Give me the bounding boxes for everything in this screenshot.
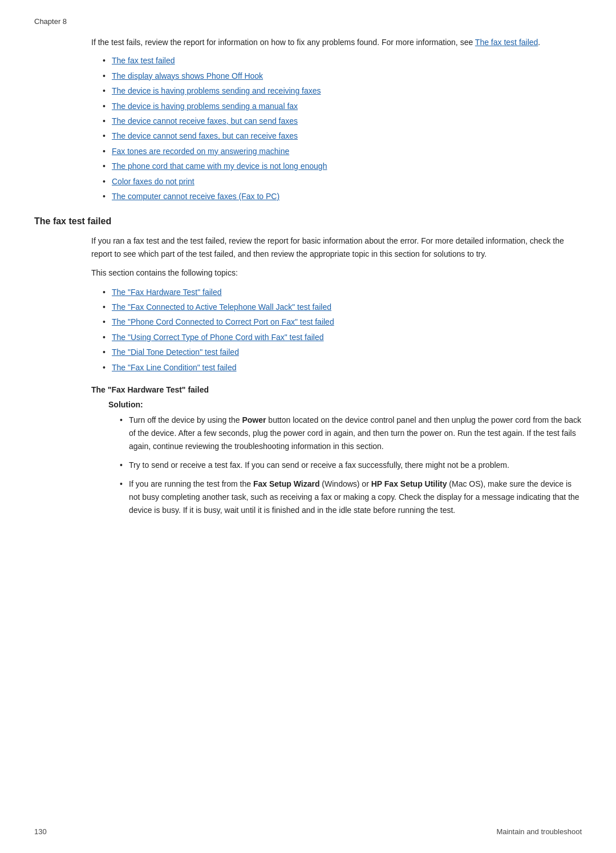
fax-test-para2: This section contains the following topi… [91, 266, 582, 280]
toc-link[interactable]: The phone cord that came with my device … [112, 161, 327, 171]
footer-section-label: Maintain and troubleshoot [496, 827, 582, 836]
toc-link[interactable]: The fax test failed [112, 56, 175, 65]
sub-links-list: The "Fax Hardware Test" failedThe "Fax C… [103, 286, 582, 374]
footer-page-number: 130 [34, 827, 47, 836]
solution-bold-text: Fax Setup Wizard [253, 479, 320, 488]
solution-bold-text: HP Fax Setup Utility [371, 479, 447, 488]
solution-label: Solution: [108, 400, 582, 409]
toc-link[interactable]: The device is having problems sending a … [112, 102, 298, 111]
sub-link[interactable]: The "Using Correct Type of Phone Cord wi… [112, 333, 324, 342]
toc-link[interactable]: The display always shows Phone Off Hook [112, 71, 263, 80]
solution-list: Turn off the device by using the Power b… [120, 414, 582, 518]
solution-text: If you are running the test from the [129, 479, 253, 488]
sub-link[interactable]: The "Fax Connected to Active Telephone W… [112, 302, 331, 312]
solution-bold-text: Power [242, 415, 266, 425]
sub-list-item: The "Dial Tone Detection" test failed [103, 346, 582, 358]
toc-list-item: The device cannot receive faxes, but can… [103, 115, 582, 127]
toc-list-item: The display always shows Phone Off Hook [103, 70, 582, 82]
fax-test-heading: The fax test failed [34, 216, 582, 227]
sub-list-item: The "Fax Line Condition" test failed [103, 361, 582, 374]
intro-text2: . [538, 38, 540, 47]
toc-list: The fax test failedThe display always sh… [103, 54, 582, 203]
toc-link[interactable]: Fax tones are recorded on my answering m… [112, 147, 289, 156]
solution-item: Turn off the device by using the Power b… [120, 414, 582, 453]
intro-text1: If the test fails, review the report for… [91, 38, 475, 47]
solution-text: (Windows) or [319, 479, 371, 488]
fax-test-para1: If you ran a fax test and the test faile… [91, 235, 582, 261]
toc-link[interactable]: The computer cannot receive faxes (Fax t… [112, 192, 279, 201]
toc-list-item: The phone cord that came with my device … [103, 160, 582, 172]
sub-link[interactable]: The "Fax Hardware Test" failed [112, 288, 222, 297]
sub-link[interactable]: The "Fax Line Condition" test failed [112, 363, 237, 372]
footer: 130 Maintain and troubleshoot [34, 827, 582, 836]
sub-list-item: The "Fax Connected to Active Telephone W… [103, 301, 582, 313]
toc-link[interactable]: The device cannot send faxes, but can re… [112, 131, 298, 140]
toc-link[interactable]: The device cannot receive faxes, but can… [112, 116, 298, 126]
toc-list-item: The device is having problems sending an… [103, 84, 582, 97]
intro-block: If the test fails, review the report for… [91, 36, 582, 48]
solution-text: Turn off the device by using the [129, 415, 242, 425]
toc-link[interactable]: The device is having problems sending an… [112, 86, 321, 95]
toc-list-item: Color faxes do not print [103, 175, 582, 188]
fax-hardware-subheading: The "Fax Hardware Test" failed [91, 385, 582, 394]
toc-list-item: The computer cannot receive faxes (Fax t… [103, 190, 582, 203]
toc-link[interactable]: Color faxes do not print [112, 177, 194, 186]
sub-list-item: The "Fax Hardware Test" failed [103, 286, 582, 298]
solution-item: Try to send or receive a test fax. If yo… [120, 459, 582, 472]
toc-list-item: The device cannot send faxes, but can re… [103, 130, 582, 142]
sub-link[interactable]: The "Phone Cord Connected to Correct Por… [112, 317, 334, 326]
sub-list-item: The "Using Correct Type of Phone Cord wi… [103, 331, 582, 343]
solution-text: Try to send or receive a test fax. If yo… [129, 460, 509, 470]
toc-list-item: The device is having problems sending a … [103, 100, 582, 112]
toc-list-item: Fax tones are recorded on my answering m… [103, 145, 582, 157]
sub-list-item: The "Phone Cord Connected to Correct Por… [103, 316, 582, 328]
chapter-label: Chapter 8 [34, 17, 582, 26]
toc-list-item: The fax test failed [103, 54, 582, 67]
intro-link[interactable]: The fax test failed [475, 38, 538, 47]
sub-link[interactable]: The "Dial Tone Detection" test failed [112, 347, 239, 357]
solution-item: If you are running the test from the Fax… [120, 478, 582, 517]
